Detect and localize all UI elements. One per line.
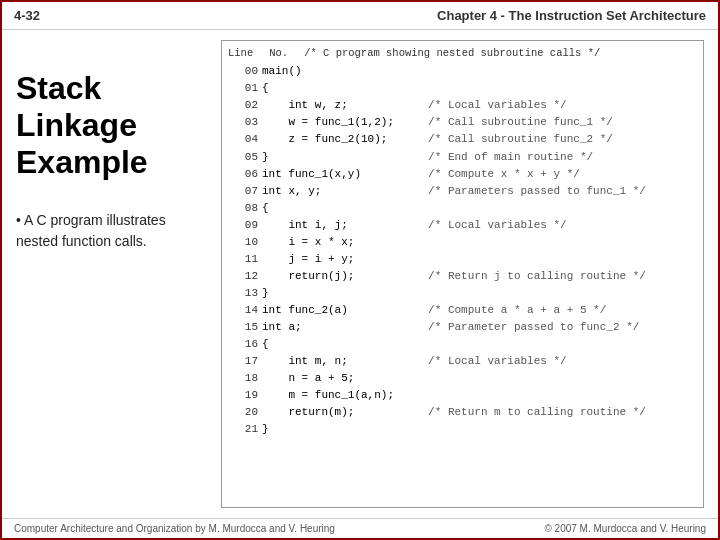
line-code: main() [260, 63, 426, 80]
line-comment [426, 421, 697, 438]
table-row: 17 int m, n;/* Local variables */ [228, 353, 697, 370]
content-area: Stack Linkage Example • A C program illu… [2, 30, 718, 518]
line-code: { [260, 80, 426, 97]
chapter-title: Chapter 4 - The Instruction Set Architec… [437, 8, 706, 23]
line-code: n = a + 5; [260, 370, 426, 387]
line-comment [426, 336, 697, 353]
table-row: 15int a;/* Parameter passed to func_2 */ [228, 319, 697, 336]
footer-left: Computer Architecture and Organization b… [14, 523, 335, 534]
footer-right: © 2007 M. Murdocca and V. Heuring [544, 523, 706, 534]
line-number: 21 [228, 421, 260, 438]
bullet-text: • A C program illustrates nested functio… [16, 210, 211, 252]
line-number: 01 [228, 80, 260, 97]
intro-comment: /* C program showing nested subroutine c… [304, 45, 600, 61]
slide: 4-32 Chapter 4 - The Instruction Set Arc… [0, 0, 720, 540]
line-comment: /* Return m to calling routine */ [426, 404, 697, 421]
line-number: 12 [228, 268, 260, 285]
code-box: Line No. /* C program showing nested sub… [221, 40, 704, 508]
line-code: j = i + y; [260, 251, 426, 268]
line-number: 02 [228, 97, 260, 114]
table-row: 21} [228, 421, 697, 438]
line-code: { [260, 200, 426, 217]
line-number: 17 [228, 353, 260, 370]
line-comment: /* Compute x * x + y */ [426, 166, 697, 183]
line-comment: /* Parameters passed to func_1 */ [426, 183, 697, 200]
line-code: } [260, 149, 426, 166]
line-code: int w, z; [260, 97, 426, 114]
line-comment: /* Call subroutine func_1 */ [426, 114, 697, 131]
line-comment [426, 234, 697, 251]
line-comment: /* Return j to calling routine */ [426, 268, 697, 285]
table-row: 05}/* End of main routine */ [228, 149, 697, 166]
table-row: 13} [228, 285, 697, 302]
line-number: 00 [228, 63, 260, 80]
left-panel: Stack Linkage Example • A C program illu… [16, 40, 211, 508]
line-code: int i, j; [260, 217, 426, 234]
line-code: int func_1(x,y) [260, 166, 426, 183]
line-comment: /* Local variables */ [426, 97, 697, 114]
line-comment [426, 63, 697, 80]
line-code: int x, y; [260, 183, 426, 200]
line-code: i = x * x; [260, 234, 426, 251]
line-code: } [260, 285, 426, 302]
line-code: return(j); [260, 268, 426, 285]
slide-number: 4-32 [14, 8, 40, 23]
line-number: 09 [228, 217, 260, 234]
line-comment: /* Parameter passed to func_2 */ [426, 319, 697, 336]
table-row: 04 z = func_2(10);/* Call subroutine fun… [228, 131, 697, 148]
table-row: 14int func_2(a)/* Compute a * a + a + 5 … [228, 302, 697, 319]
line-number: 13 [228, 285, 260, 302]
line-comment [426, 251, 697, 268]
line-number: 06 [228, 166, 260, 183]
line-code: int a; [260, 319, 426, 336]
line-number: 10 [228, 234, 260, 251]
bullet-marker: • [16, 212, 24, 228]
table-row: 00main() [228, 63, 697, 80]
line-code: m = func_1(a,n); [260, 387, 426, 404]
line-number: 08 [228, 200, 260, 217]
line-comment: /* Compute a * a + a + 5 */ [426, 302, 697, 319]
table-row: 06int func_1(x,y)/* Compute x * x + y */ [228, 166, 697, 183]
line-comment [426, 285, 697, 302]
line-col-header: Line [228, 45, 253, 61]
table-row: 19 m = func_1(a,n); [228, 387, 697, 404]
title-block: Stack Linkage Example [16, 70, 211, 180]
line-comment: /* Local variables */ [426, 353, 697, 370]
line-code: } [260, 421, 426, 438]
line-comment: /* End of main routine */ [426, 149, 697, 166]
no-col-header: No. [269, 45, 288, 61]
code-table: 00main()01{02 int w, z;/* Local variable… [228, 63, 697, 438]
line-comment [426, 80, 697, 97]
line-code: int func_2(a) [260, 302, 426, 319]
table-row: 03 w = func_1(1,2);/* Call subroutine fu… [228, 114, 697, 131]
table-row: 08{ [228, 200, 697, 217]
table-row: 02 int w, z;/* Local variables */ [228, 97, 697, 114]
line-code: w = func_1(1,2); [260, 114, 426, 131]
table-row: 01{ [228, 80, 697, 97]
table-row: 16{ [228, 336, 697, 353]
table-row: 10 i = x * x; [228, 234, 697, 251]
table-row: 12 return(j);/* Return j to calling rout… [228, 268, 697, 285]
line-number: 03 [228, 114, 260, 131]
line-number: 14 [228, 302, 260, 319]
line-code: return(m); [260, 404, 426, 421]
line-code: int m, n; [260, 353, 426, 370]
line-number: 18 [228, 370, 260, 387]
line-code: { [260, 336, 426, 353]
line-number: 20 [228, 404, 260, 421]
table-row: 09 int i, j;/* Local variables */ [228, 217, 697, 234]
slide-title: Stack Linkage Example [16, 70, 211, 180]
line-number: 19 [228, 387, 260, 404]
line-comment: /* Call subroutine func_2 */ [426, 131, 697, 148]
slide-footer: Computer Architecture and Organization b… [2, 518, 718, 538]
line-number: 05 [228, 149, 260, 166]
table-row: 11 j = i + y; [228, 251, 697, 268]
table-row: 07int x, y;/* Parameters passed to func_… [228, 183, 697, 200]
line-number: 11 [228, 251, 260, 268]
line-number: 15 [228, 319, 260, 336]
line-number: 16 [228, 336, 260, 353]
table-row: 20 return(m);/* Return m to calling rout… [228, 404, 697, 421]
line-comment [426, 200, 697, 217]
slide-header: 4-32 Chapter 4 - The Instruction Set Arc… [2, 2, 718, 30]
line-comment [426, 387, 697, 404]
